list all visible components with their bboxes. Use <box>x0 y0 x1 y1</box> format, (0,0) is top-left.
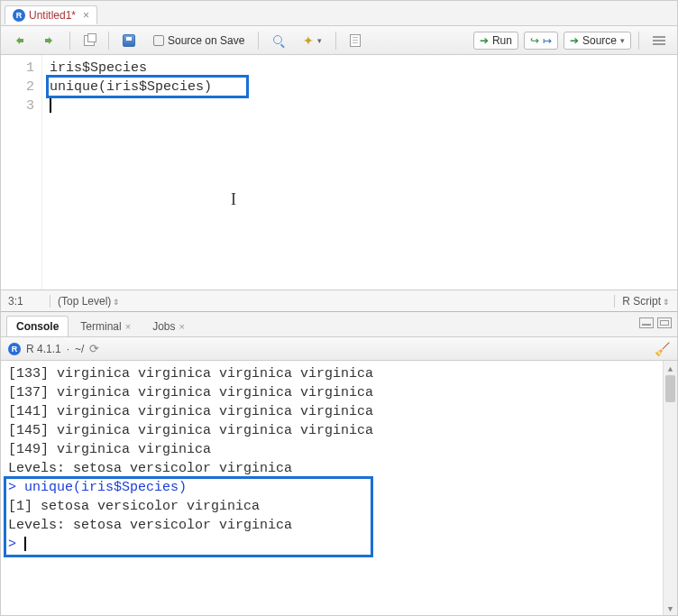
forward-icon <box>43 35 56 46</box>
tab-console-label: Console <box>16 320 59 333</box>
working-dir[interactable]: ~/ <box>75 343 84 355</box>
tab-jobs-label: Jobs <box>152 320 175 333</box>
rerun-right-icon: ↦ <box>543 34 552 47</box>
toolbar-separator <box>258 32 259 50</box>
code-line[interactable]: iris$Species <box>50 59 677 78</box>
tab-terminal-label: Terminal <box>80 320 121 333</box>
source-on-save-label: Source on Save <box>168 34 244 47</box>
save-icon <box>123 34 135 47</box>
rerun-button[interactable]: ↪↦ <box>524 32 558 50</box>
language-label: R Script <box>622 295 661 308</box>
popout-button[interactable] <box>78 32 101 49</box>
console-pane: Console Terminal× Jobs× R R 4.1.1 · ~/ ⟳… <box>1 312 677 615</box>
editor-pane: R Untitled1* × Source on Save ✦▾ ➔ Run ↪… <box>1 1 677 312</box>
file-tab-untitled[interactable]: R Untitled1* × <box>5 5 97 24</box>
run-button[interactable]: ➔ Run <box>473 32 518 50</box>
outline-icon <box>653 35 665 46</box>
console-output[interactable]: [133] virginica virginica virginica virg… <box>1 361 677 615</box>
wand-icon: ✦ <box>303 33 314 48</box>
r-file-icon: R <box>13 9 25 22</box>
text-cursor <box>24 537 26 551</box>
wand-button[interactable]: ✦▾ <box>297 31 328 51</box>
notebook-button[interactable] <box>344 32 367 50</box>
editor-toolbar: Source on Save ✦▾ ➔ Run ↪↦ ➔ Source ▾ <box>1 26 677 55</box>
console-scrollbar[interactable]: ▲ ▼ <box>663 361 677 615</box>
scroll-track[interactable] <box>665 375 675 601</box>
toolbar-separator <box>335 32 336 50</box>
code-line[interactable]: unique(iris$Species) <box>50 78 677 97</box>
scope-label: (Top Level) <box>58 295 111 308</box>
output-line: Levels: setosa versicolor virginica <box>8 516 677 535</box>
tab-terminal[interactable]: Terminal× <box>70 316 141 336</box>
console-tab-row: Console Terminal× Jobs× <box>1 312 677 337</box>
source-run-icon: ➔ <box>570 34 579 47</box>
command-text: unique(iris$Species) <box>24 480 187 495</box>
maximize-pane-icon[interactable] <box>657 317 672 328</box>
nav-back-button[interactable] <box>6 32 32 49</box>
output-line: [149] virginica virginica <box>8 440 677 459</box>
code-line[interactable] <box>50 97 677 115</box>
output-line: [141] virginica virginica virginica virg… <box>8 402 677 421</box>
dot-sep: · <box>67 343 69 355</box>
editor-tab-row: R Untitled1* × <box>1 1 677 26</box>
clear-console-icon[interactable]: 🧹 <box>655 342 670 356</box>
tab-jobs[interactable]: Jobs× <box>142 316 195 336</box>
console-info-bar: R R 4.1.1 · ~/ ⟳ 🧹 <box>1 337 677 361</box>
minimize-pane-icon[interactable] <box>639 317 654 328</box>
scroll-up-icon[interactable]: ▲ <box>664 361 677 375</box>
scroll-thumb[interactable] <box>665 375 675 402</box>
back-icon <box>13 35 25 46</box>
save-button[interactable] <box>116 32 142 50</box>
source-button[interactable]: ➔ Source ▾ <box>563 32 631 50</box>
rerun-left-icon: ↪ <box>530 34 539 47</box>
ibeam-cursor: I <box>231 190 236 209</box>
close-icon[interactable]: × <box>179 321 185 332</box>
output-line: [1] setosa versicolor virginica <box>8 497 677 516</box>
toolbar-separator <box>69 32 70 50</box>
checkbox-icon <box>153 35 164 46</box>
reload-icon[interactable]: ⟳ <box>89 342 99 355</box>
line-number: 3 <box>1 97 34 115</box>
notebook-icon <box>350 34 361 47</box>
pane-window-controls <box>639 317 672 328</box>
prompt-symbol: > <box>8 480 24 495</box>
text-cursor <box>50 98 51 113</box>
toolbar-separator <box>108 32 109 50</box>
code-lines[interactable]: iris$Species unique(iris$Species) <box>42 55 677 290</box>
outline-button[interactable] <box>646 32 672 49</box>
prompt-symbol: > <box>8 537 24 552</box>
scroll-down-icon[interactable]: ▼ <box>664 601 677 615</box>
r-version-label: R 4.1.1 <box>26 343 61 355</box>
run-icon: ➔ <box>480 34 489 47</box>
output-line: Levels: setosa versicolor virginica <box>8 459 677 478</box>
code-editor[interactable]: 1 2 3 iris$Species unique(iris$Species) … <box>1 55 677 290</box>
prompt-line[interactable]: > <box>8 535 677 554</box>
updown-icon: ⇕ <box>113 298 120 307</box>
toolbar-separator <box>638 32 639 50</box>
popout-icon <box>84 35 95 46</box>
chevron-down-icon: ▾ <box>620 36 625 45</box>
r-logo-icon: R <box>8 343 21 355</box>
output-line: [145] virginica virginica virginica virg… <box>8 421 677 440</box>
tab-console[interactable]: Console <box>6 316 69 336</box>
output-line: [133] virginica virginica virginica virg… <box>8 364 677 383</box>
cursor-position: 3:1 <box>8 295 50 308</box>
source-label: Source <box>582 34 617 47</box>
line-number: 1 <box>1 59 34 78</box>
language-selector[interactable]: R Script⇕ <box>614 295 670 308</box>
line-gutter: 1 2 3 <box>1 55 42 290</box>
editor-status-bar: 3:1 (Top Level)⇕ R Script⇕ <box>1 290 677 311</box>
file-tab-title: Untitled1* <box>29 9 76 22</box>
run-label: Run <box>492 34 512 47</box>
nav-forward-button[interactable] <box>37 32 62 49</box>
close-tab-icon[interactable]: × <box>83 9 89 22</box>
scope-selector[interactable]: (Top Level)⇕ <box>50 295 614 308</box>
chevron-down-icon: ▾ <box>317 36 322 45</box>
search-icon <box>272 34 285 47</box>
source-on-save-toggle[interactable]: Source on Save <box>147 32 251 50</box>
command-line: > unique(iris$Species) <box>8 478 677 497</box>
close-icon[interactable]: × <box>125 321 131 332</box>
updown-icon: ⇕ <box>663 298 670 307</box>
output-line: [137] virginica virginica virginica virg… <box>8 383 677 402</box>
find-button[interactable] <box>266 32 291 50</box>
